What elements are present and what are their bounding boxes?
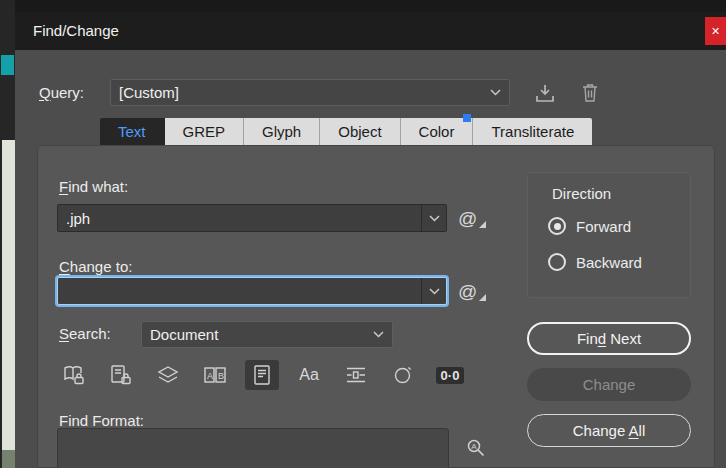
kana-sensitivity-button[interactable]: [386, 360, 420, 390]
find-what-dropdown-button[interactable]: [421, 205, 446, 231]
whole-word-icon: [344, 364, 368, 386]
find-change-dialog: Find/Change ✕ Query: [Custom] Text: [15, 12, 726, 468]
tab-object-label: Object: [338, 123, 381, 140]
whole-word-button[interactable]: [339, 360, 373, 390]
locked-layers-icon: [109, 364, 133, 386]
close-icon: ✕: [711, 25, 720, 38]
query-dropdown[interactable]: [Custom]: [110, 79, 510, 106]
find-next-button[interactable]: Find Next: [527, 322, 691, 355]
trash-icon: [581, 83, 599, 103]
tab-object[interactable]: Object: [320, 118, 400, 145]
search-scope-dropdown[interactable]: Document: [141, 321, 393, 348]
background-document-area: [2, 140, 15, 450]
find-format-label: Find Format:: [59, 412, 144, 429]
tab-transliterate-label: Transliterate: [491, 123, 574, 140]
change-to-combo: [57, 277, 447, 305]
radio-backward-icon[interactable]: [548, 253, 566, 271]
find-what-label-text: ind what:: [68, 178, 128, 195]
case-sensitive-icon: Aa: [299, 366, 319, 384]
find-next-post: Next: [606, 330, 641, 347]
search-label-text: earch:: [69, 325, 111, 342]
find-what-label-accel: F: [59, 178, 68, 195]
chevron-down-icon: [373, 331, 384, 338]
query-label-accel: Q: [39, 84, 51, 101]
width-sensitivity-icon: 0·0: [436, 367, 465, 384]
change-to-label: Change to:: [59, 258, 132, 275]
tab-text[interactable]: Text: [100, 118, 165, 145]
change-all-button[interactable]: Change All: [527, 414, 691, 447]
tab-glyph[interactable]: Glyph: [244, 118, 320, 145]
width-sensitivity-button[interactable]: 0·0: [433, 360, 467, 390]
magnifier-icon: A: [466, 438, 486, 458]
svg-text:A: A: [471, 442, 477, 451]
flyout-triangle-icon: [479, 294, 486, 301]
tab-bar: Text GREP Glyph Object Color Translitera…: [100, 118, 592, 145]
tab-color[interactable]: Color: [401, 118, 474, 145]
direction-forward-option[interactable]: Forward: [548, 217, 631, 235]
save-query-button[interactable]: [530, 80, 560, 106]
find-what-label: Find what:: [59, 178, 128, 195]
svg-text:B: B: [218, 371, 224, 381]
tab-color-badge: [463, 114, 471, 122]
find-what-combo: [57, 204, 447, 232]
change-label-text: Change: [583, 376, 636, 393]
direction-label: Direction: [552, 185, 611, 202]
change-to-input[interactable]: [58, 278, 421, 304]
tab-color-label: Color: [419, 123, 455, 140]
change-all-pre: Change: [573, 422, 629, 439]
change-special-chars-button[interactable]: @: [458, 281, 486, 303]
search-scope-value: Document: [150, 326, 367, 343]
radio-backward-label[interactable]: Backward: [576, 254, 642, 271]
radio-forward-label[interactable]: Forward: [576, 218, 631, 235]
flyout-triangle-icon: [479, 221, 486, 228]
find-next-accel: d: [598, 330, 606, 347]
svg-text:A: A: [207, 371, 213, 381]
tab-text-label: Text: [118, 123, 146, 140]
change-all-accel: A: [629, 422, 639, 439]
locked-stories-icon: [62, 364, 86, 386]
include-hidden-layers-button[interactable]: [151, 360, 185, 390]
find-what-input[interactable]: [58, 205, 421, 231]
query-dropdown-value: [Custom]: [119, 84, 484, 101]
at-icon: @: [458, 281, 477, 303]
master-pages-icon: AB: [203, 364, 227, 386]
find-format-label-text: Find Format:: [59, 412, 144, 429]
case-sensitive-button[interactable]: Aa: [292, 360, 326, 390]
find-format-box[interactable]: [57, 428, 449, 468]
tab-glyph-label: Glyph: [262, 123, 301, 140]
change-button[interactable]: Change: [527, 368, 691, 401]
change-all-label: Change All: [573, 422, 646, 439]
query-label: Query:: [39, 84, 84, 101]
delete-query-button[interactable]: [575, 80, 605, 106]
query-label-text: uery:: [51, 84, 84, 101]
dialog-titlebar[interactable]: Find/Change: [15, 12, 726, 50]
include-locked-layers-button[interactable]: [104, 360, 138, 390]
find-next-pre: Fin: [577, 330, 598, 347]
specify-format-button[interactable]: A: [463, 436, 489, 460]
background-teal-block: [1, 55, 14, 75]
search-label-accel: S: [59, 325, 69, 342]
tab-transliterate[interactable]: Transliterate: [473, 118, 592, 145]
save-query-icon: [534, 84, 556, 103]
direction-backward-option[interactable]: Backward: [548, 253, 642, 271]
change-all-post: ll: [639, 422, 646, 439]
close-button[interactable]: ✕: [705, 17, 726, 45]
at-icon: @: [458, 208, 477, 230]
include-locked-stories-button[interactable]: [57, 360, 91, 390]
radio-forward-icon[interactable]: [548, 217, 566, 235]
search-options-row: AB Aa 0·0: [57, 360, 467, 390]
find-next-label: Find Next: [577, 330, 641, 347]
tab-grep-label: GREP: [183, 123, 226, 140]
layers-icon: [156, 364, 180, 386]
find-special-chars-button[interactable]: @: [458, 208, 486, 230]
kana-sensitivity-icon: [391, 364, 415, 386]
include-master-pages-button[interactable]: AB: [198, 360, 232, 390]
search-label: Search:: [59, 325, 111, 342]
dialog-title: Find/Change: [33, 22, 119, 39]
tab-grep[interactable]: GREP: [165, 118, 245, 145]
chevron-down-icon: [490, 89, 501, 96]
change-to-label-text: hange to:: [70, 258, 133, 275]
footnotes-icon: [250, 364, 274, 386]
change-to-dropdown-button[interactable]: [421, 278, 446, 304]
include-footnotes-button[interactable]: [245, 360, 279, 390]
